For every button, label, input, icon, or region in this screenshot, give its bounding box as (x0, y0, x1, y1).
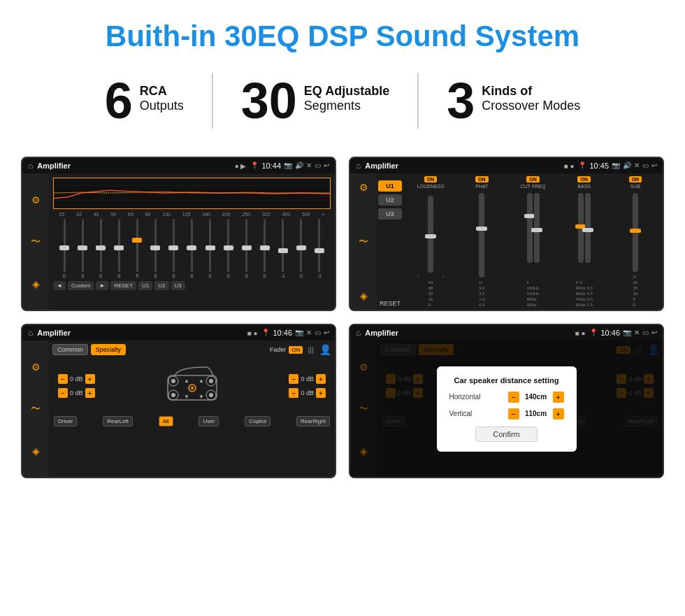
eq-main: 25 32 40 50 63 80 100 125 160 200 250 32… (49, 173, 335, 310)
status-icons-3: 📍 10:46 📷 ✕ ▭ ↩ (261, 329, 329, 337)
left-top-db: − 0 dB + (58, 374, 95, 384)
left-top-plus[interactable]: + (85, 374, 95, 384)
preset-u3-btn[interactable]: U3 (378, 208, 402, 220)
vertical-control: − 110cm + (508, 408, 564, 420)
amp2-speaker-icon[interactable]: ◈ (357, 287, 370, 304)
stat-rca-line1: RCA (140, 84, 184, 99)
stat-eq-line2: Segments (304, 99, 389, 113)
vertical-plus[interactable]: + (553, 408, 564, 420)
cutfreq-slider-g[interactable] (534, 193, 540, 263)
home-icon-3[interactable]: ⌂ (28, 328, 33, 338)
eq-u1-button[interactable]: U1 (138, 281, 152, 290)
channel-sub: ON SUB G 20 15 10 5 0 (611, 176, 660, 307)
status-icons-1: 📍 10:44 📷 🔊 ✕ ▭ ↩ (250, 162, 329, 170)
stat-eq: 30 EQ Adjustable Segments (213, 76, 417, 126)
eq-custom-button[interactable]: Custom (68, 281, 94, 290)
screen-fader: ⌂ Amplifier ■ ● 📍 10:46 📷 ✕ ▭ ↩ ⚙ 〜 ◈ Co… (21, 324, 336, 478)
fader-sidebar: ⚙ 〜 ◈ (22, 341, 49, 477)
user-btn[interactable]: User (199, 416, 219, 427)
minimize-icon-4: ▭ (642, 329, 649, 337)
fader-filter-icon[interactable]: ⚙ (29, 359, 43, 375)
all-btn[interactable]: All (159, 416, 173, 427)
eq-u3-button[interactable]: U3 (171, 281, 185, 290)
eq-slider-12: -1 (275, 219, 291, 278)
fader-tabs-row: Common Specialty Fader ON ||| 👤 (52, 344, 331, 355)
svg-point-8 (209, 379, 213, 383)
bass-slider-g[interactable] (585, 193, 591, 263)
rec-icon-4: ■ ● (575, 329, 586, 337)
right-bot-db: − 0 dB + (289, 388, 326, 398)
right-bot-plus[interactable]: + (316, 388, 326, 398)
fader-speaker-icon[interactable]: ◈ (29, 443, 43, 459)
back-icon-4[interactable]: ↩ (651, 329, 657, 337)
back-icon[interactable]: ↩ (324, 162, 329, 170)
left-bot-val: 0 dB (70, 389, 83, 396)
eq-slider-4: 5 (129, 219, 145, 278)
tab-specialty[interactable]: Specialty (91, 344, 127, 355)
eq-body: ⚙ 〜 ◈ (22, 173, 335, 310)
horizontal-plus[interactable]: + (553, 392, 564, 403)
eq-reset-button[interactable]: RESET (110, 281, 136, 290)
stats-row: 6 RCA Outputs 30 EQ Adjustable Segments … (0, 66, 685, 150)
confirm-button[interactable]: Confirm (475, 427, 538, 442)
dialog-overlay: Car speaker distance setting Horizontal … (350, 341, 663, 477)
camera-icon-3: 📷 (295, 329, 303, 337)
home-icon[interactable]: ⌂ (28, 161, 33, 171)
tab-common[interactable]: Common (52, 344, 88, 355)
eq-wave-icon[interactable]: 〜 (28, 233, 43, 251)
right-top-minus[interactable]: − (289, 374, 298, 384)
amp2-filter-icon[interactable]: ⚙ (356, 179, 371, 196)
vertical-minus[interactable]: − (508, 408, 519, 420)
camera-icon-4: 📷 (623, 329, 631, 337)
minimize-icon-2: ▭ (642, 162, 649, 170)
eq-prev-button[interactable]: ◄ (53, 281, 66, 290)
rearleft-btn[interactable]: RearLeft (103, 416, 133, 427)
phat-on-badge: ON (475, 176, 489, 182)
eq-next-button[interactable]: ► (96, 281, 108, 290)
back-icon-3[interactable]: ↩ (324, 329, 329, 337)
copilot-btn[interactable]: Copilot (245, 416, 271, 427)
eq-u2-button[interactable]: U2 (154, 281, 168, 290)
home-icon-4[interactable]: ⌂ (356, 328, 361, 338)
sub-slider[interactable] (633, 193, 638, 272)
fader-on-badge: ON (289, 346, 303, 354)
eq-slider-9: 0 (220, 219, 237, 278)
time-2: 10:45 (589, 162, 609, 170)
preset-u2-btn[interactable]: U2 (378, 194, 402, 206)
eq-slider-5: 0 (147, 219, 164, 278)
rearright-btn[interactable]: RearRight (296, 416, 330, 427)
volume-icon-2: 🔊 (623, 162, 631, 170)
left-bot-plus[interactable]: + (85, 388, 95, 398)
left-bot-minus[interactable]: − (58, 388, 68, 398)
eq-slider-8: 0 (202, 219, 219, 278)
right-top-plus[interactable]: + (316, 374, 326, 384)
svg-text:▼: ▼ (199, 394, 204, 400)
channel-bass: ON BASS F G 90Hz 3.0 80Hz 2.5 (560, 176, 609, 307)
driver-btn[interactable]: Driver (54, 416, 77, 427)
reset-label[interactable]: RESET (378, 300, 402, 307)
vertical-label: Vertical (449, 410, 473, 417)
phat-slider[interactable] (479, 193, 484, 278)
back-icon-2[interactable]: ↩ (651, 162, 657, 170)
amp2-wave-icon[interactable]: 〜 (356, 233, 371, 251)
home-icon-2[interactable]: ⌂ (356, 161, 361, 171)
left-top-val: 0 dB (70, 375, 83, 382)
eq-speaker-icon[interactable]: ◈ (29, 275, 43, 292)
left-top-minus[interactable]: − (58, 374, 68, 384)
fader-wave-icon[interactable]: 〜 (28, 400, 43, 418)
preset-u1-btn[interactable]: U1 (378, 180, 402, 192)
horizontal-label: Horizontal (449, 393, 481, 401)
stat-crossover: 3 Kinds of Crossover Modes (419, 76, 608, 126)
horizontal-minus[interactable]: − (508, 392, 519, 403)
eq-freq-labels: 25 32 40 50 63 80 100 125 160 200 250 32… (53, 212, 331, 217)
eq-filter-icon[interactable]: ⚙ (29, 192, 43, 208)
location-icon: 📍 (250, 162, 259, 170)
eq-slider-13: 0 (293, 219, 310, 278)
app-label-3: Amplifier (37, 329, 243, 337)
loudness-slider-l[interactable] (428, 196, 433, 273)
svg-point-6 (171, 379, 175, 383)
location-icon-4: 📍 (589, 329, 598, 337)
minimize-icon: ▭ (315, 162, 321, 170)
right-bot-minus[interactable]: − (289, 388, 298, 398)
sub-label: SUB (630, 184, 640, 189)
